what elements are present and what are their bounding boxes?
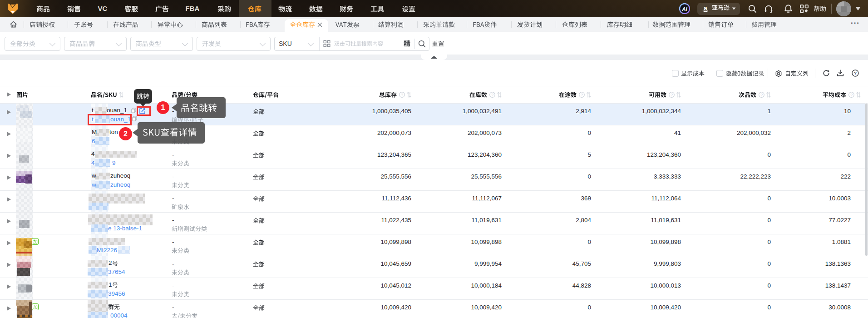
svg-text:?: ? (491, 93, 493, 97)
svg-text:?: ? (760, 93, 763, 97)
svg-text:?: ? (671, 93, 673, 97)
svg-text:?: ? (854, 71, 857, 75)
svg-text:a: a (704, 5, 707, 12)
svg-text:?: ? (401, 93, 403, 97)
svg-text:?: ? (850, 93, 853, 97)
svg-text:?: ? (581, 93, 583, 97)
svg-text:AI: AI (681, 6, 687, 12)
